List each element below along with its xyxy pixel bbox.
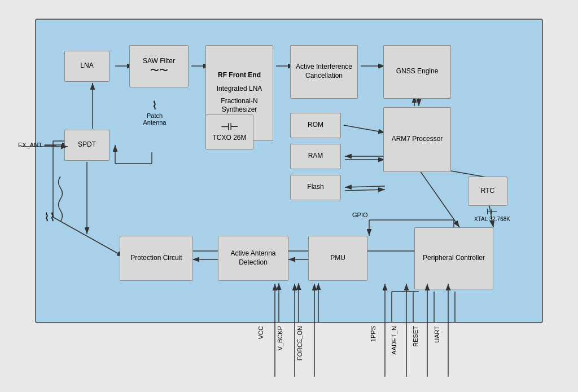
reset-label: RESET	[412, 326, 419, 347]
svg-line-12	[345, 190, 385, 191]
active-antenna-detection-block: Active Antenna Detection	[218, 236, 288, 281]
ex-ant-text: EX_ANT ——	[18, 142, 56, 148]
antenna-symbol: ⌇	[138, 99, 172, 112]
svg-line-8	[344, 125, 385, 133]
xtal-symbol: ⊦⊢	[474, 207, 510, 216]
rf-front-end-label: RF Front End	[218, 71, 261, 80]
pmu-block: PMU	[308, 236, 367, 281]
rom-block: ROM	[290, 113, 341, 138]
flash-block: Flash	[290, 175, 341, 200]
vcc-label: VCC	[257, 326, 264, 339]
ram-label: RAM	[308, 152, 323, 161]
peripheral-controller-block: Peripheral Controller	[414, 227, 493, 289]
protection-circuit-label: Protection Circuit	[130, 254, 182, 263]
gnss-engine-label: GNSS Engine	[396, 67, 439, 76]
xtal-text: XTAL 32.768K	[474, 216, 510, 222]
svg-line-11	[345, 186, 385, 187]
tcxo-label: TCXO 26M	[212, 134, 246, 143]
integrated-lna-label: Integrated LNA	[217, 85, 262, 94]
arm7-label: ARM7 Processor	[392, 135, 443, 144]
lna-block: LNA	[64, 51, 110, 82]
pps-label: 1PPS	[370, 326, 376, 342]
arm7-block: ARM7 Processor	[383, 107, 451, 172]
tcxo-capacitor-symbol: ⊣⊢	[221, 121, 239, 134]
patch-antenna-text: Patch Antenna	[138, 112, 172, 126]
uart-label: UART	[434, 326, 440, 343]
tcxo-block: ⊣⊢ TCXO 26M	[205, 114, 253, 149]
gnss-engine-block: GNSS Engine	[383, 45, 451, 99]
ram-block: RAM	[290, 144, 341, 169]
active-antenna-detection-label: Active Antenna Detection	[221, 249, 286, 267]
xtal-label: ⊦⊢ XTAL 32.768K	[474, 207, 510, 222]
saw-filter-symbol: 〜〜	[150, 66, 168, 75]
aic-block: Active Interference Cancellation	[290, 45, 358, 99]
svg-line-19	[53, 217, 124, 257]
saw-filter-block: SAW Filter 〜〜	[129, 45, 189, 87]
rom-label: ROM	[308, 121, 323, 130]
v-bckp-label: V_BCKP	[277, 326, 283, 350]
gpio-label: GPIO	[352, 212, 368, 218]
aic-label: Active Interference Cancellation	[293, 63, 355, 80]
fractional-n-label: Fractional-N Synthesizer	[208, 97, 270, 114]
force-on-label: FORCE_ON	[296, 326, 303, 360]
protection-circuit-block: Protection Circuit	[120, 236, 193, 281]
spdt-block: SPDT	[64, 130, 110, 161]
peripheral-controller-label: Peripheral Controller	[423, 254, 485, 263]
inductor-symbol: ⌇⌇	[44, 210, 55, 224]
diagram-container: LNA SAW Filter 〜〜 RF Front End Integrate…	[18, 13, 560, 380]
aadet-label: AADET_N	[391, 326, 397, 355]
spdt-label: SPDT	[78, 140, 96, 149]
gpio-text: GPIO	[352, 212, 368, 218]
main-box: LNA SAW Filter 〜〜 RF Front End Integrate…	[35, 19, 543, 323]
flash-label: Flash	[307, 183, 323, 192]
patch-antenna-label: ⌇ Patch Antenna	[138, 99, 172, 126]
rtc-label: RTC	[481, 187, 494, 196]
ex-ant-label: EX_ANT ——	[18, 142, 56, 148]
saw-filter-label: SAW Filter	[143, 57, 175, 66]
lna-label: LNA	[80, 61, 93, 71]
svg-line-24	[419, 169, 459, 227]
pmu-label: PMU	[330, 254, 345, 263]
rtc-block: RTC	[468, 177, 507, 206]
